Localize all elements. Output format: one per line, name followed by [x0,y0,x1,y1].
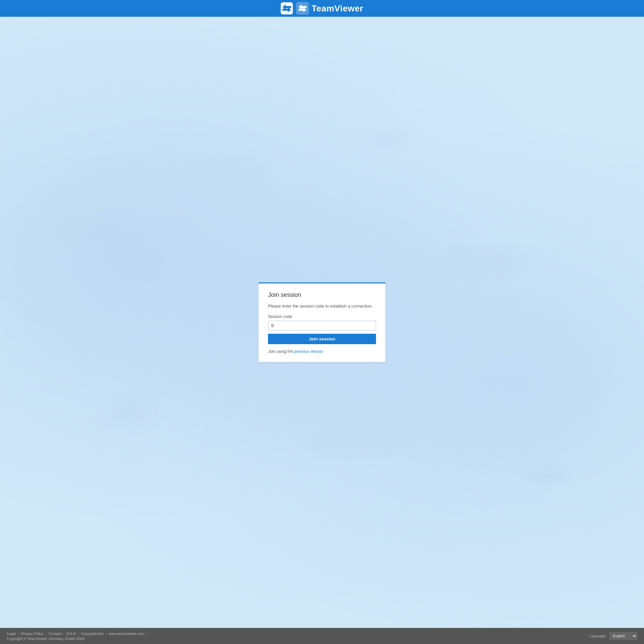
tv-icon [296,2,309,15]
sep4: | [78,632,79,636]
card-title: Join session [268,291,376,299]
language-select[interactable]: English Deutsch Français Español Italian… [609,632,637,640]
previous-version-prefix: Join using the [268,349,294,354]
logo-text: TeamViewer [312,3,363,14]
footer-copyright: Copyright © TeamViewer Germany GmbH 2024 [7,637,147,641]
footer-link-website[interactable]: www.teamviewer.com [109,632,144,636]
footer-link-eula[interactable]: EULA [66,632,76,636]
svg-rect-1 [281,3,292,14]
svg-rect-4 [296,2,309,15]
logo-container: TeamViewer [281,2,363,15]
footer-links: Legal | Privacy Policy | Contact | EULA … [7,632,147,636]
join-session-button[interactable]: Join session [268,334,376,344]
app-footer: Legal | Privacy Policy | Contact | EULA … [0,628,644,644]
sep6: | [146,632,147,636]
footer-left: Legal | Privacy Policy | Contact | EULA … [7,632,147,641]
app-header: TeamViewer [0,0,644,17]
sep3: | [63,632,64,636]
previous-version-link[interactable]: previous version [294,349,323,354]
footer-link-legal[interactable]: Legal [7,632,16,636]
card-description: Please enter the session code to establi… [268,303,376,310]
session-code-input[interactable] [268,321,376,330]
previous-version-container: Join using the previous version [268,349,376,354]
sep5: | [106,632,107,636]
sep2: | [46,632,47,636]
footer-link-privacy[interactable]: Privacy Policy [21,632,44,636]
main-content: Join session Please enter the session co… [0,17,644,628]
language-label: Language: [589,634,607,638]
sep1: | [18,632,19,636]
footer-link-contact[interactable]: Contact [49,632,61,636]
footer-link-copyright-info[interactable]: Copyright info [81,632,104,636]
session-code-label: Session code [268,314,376,319]
join-session-card: Join session Please enter the session co… [258,282,386,362]
footer-right: Language: English Deutsch Français Españ… [589,632,637,640]
teamviewer-logo-icon [281,2,293,14]
